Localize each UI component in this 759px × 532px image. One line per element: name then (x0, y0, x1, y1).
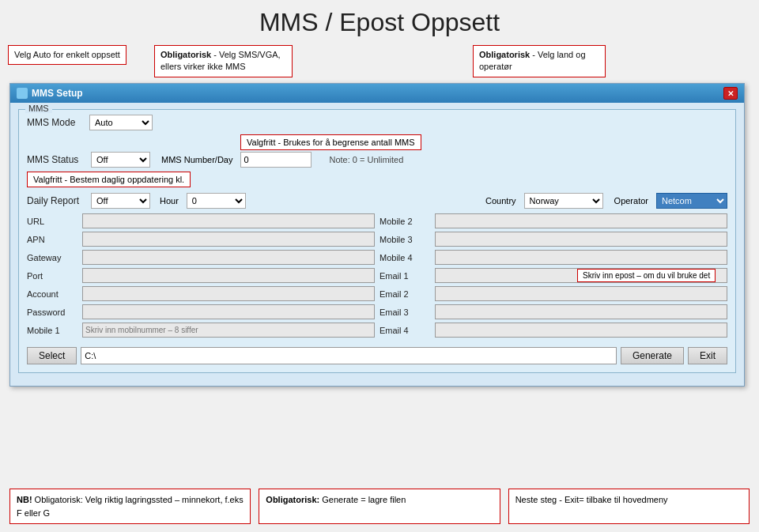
window-icon (17, 88, 28, 99)
mms-group-box: MMS MMS Mode Auto Valgfritt - Brukes for… (18, 109, 736, 373)
email2-input[interactable] (435, 286, 727, 301)
number-day-label: MMS Number/Day (161, 155, 232, 164)
email1-hint: Skriv inn epost – om du vil bruke det (583, 271, 710, 280)
group-label: MMS (25, 104, 52, 113)
fields-area: URL APN Gateway Port (27, 213, 727, 341)
password-input[interactable] (82, 304, 375, 319)
right-fields: Mobile 2 Mobile 3 Mobile 4 Email 1 (380, 213, 727, 341)
daily-report-row: Daily Report Off Hour 0 Country Norway O… (27, 193, 727, 209)
mobile3-input[interactable] (435, 232, 727, 247)
window-titlebar: MMS Setup ✕ (10, 84, 744, 103)
mms-setup-window: MMS Setup ✕ MMS MMS Mode Auto Valgfritt … (9, 83, 745, 387)
account-row: Account (27, 286, 375, 301)
url-input[interactable] (82, 213, 375, 228)
window-body: MMS MMS Mode Auto Valgfritt - Brukes for… (10, 103, 744, 386)
hour-label: Hour (160, 196, 179, 206)
email3-row: Email 3 (380, 304, 727, 319)
mms-status-select[interactable]: Off (91, 152, 150, 168)
url-label: URL (27, 217, 82, 226)
bottom-annotation-exit: Neste steg - Exit= tilbake til hovedmeny (508, 489, 750, 524)
path-input[interactable] (81, 347, 617, 364)
operator-select[interactable]: Netcom (656, 193, 727, 209)
gateway-input[interactable] (82, 250, 375, 265)
daily-report-label: Daily Report (27, 195, 86, 206)
mobile2-input[interactable] (435, 213, 727, 228)
password-label: Password (27, 308, 82, 317)
bottom-annotation-generate: Obligatorisk: Generate = lagre filen (259, 489, 500, 524)
url-row: URL (27, 213, 375, 228)
email4-input[interactable] (435, 323, 727, 338)
country-select[interactable]: Norway (524, 193, 603, 209)
email2-row: Email 2 (380, 286, 727, 301)
operator-label: Operator (614, 196, 648, 206)
apn-row: APN (27, 232, 375, 247)
account-label: Account (27, 289, 82, 299)
email2-label: Email 2 (380, 289, 435, 299)
mobile3-label: Mobile 3 (380, 235, 435, 244)
email4-label: Email 4 (380, 326, 435, 335)
email3-label: Email 3 (380, 308, 435, 317)
exit-button[interactable]: Exit (688, 347, 727, 364)
email1-row: Email 1 Skriv inn epost – om du vil bruk… (380, 268, 727, 283)
daily-report-select[interactable]: Off (91, 193, 150, 209)
close-button[interactable]: ✕ (723, 87, 738, 100)
port-input[interactable] (82, 268, 375, 283)
email4-row: Email 4 (380, 323, 727, 338)
port-row: Port (27, 268, 375, 283)
mms-status-label: MMS Status (27, 154, 86, 165)
mobile4-input[interactable] (435, 250, 727, 265)
gateway-label: Gateway (27, 253, 82, 262)
window-title: MMS Setup (32, 88, 83, 99)
mms-mode-label: MMS Mode (27, 117, 86, 128)
port-label: Port (27, 271, 82, 281)
country-label: Country (485, 196, 516, 206)
apn-input[interactable] (82, 232, 375, 247)
select-button[interactable]: Select (27, 347, 77, 364)
annotation-valgfritt-daglig: Valgfritt - Bestem daglig oppdatering kl… (33, 175, 184, 184)
email3-input[interactable] (435, 304, 727, 319)
annotation-obligatorisk-sms: Obligatorisk - Velg SMS/VGA, ellers virk… (154, 45, 293, 77)
mobile1-label: Mobile 1 (27, 326, 82, 335)
mobile2-row: Mobile 2 (380, 213, 727, 228)
mms-mode-row: MMS Mode Auto (27, 115, 727, 130)
left-fields: URL APN Gateway Port (27, 213, 375, 341)
mobile1-input[interactable] (82, 323, 375, 338)
mobile4-row: Mobile 4 (380, 250, 727, 265)
mobile4-label: Mobile 4 (380, 253, 435, 262)
status-row: MMS Status Off MMS Number/Day Note: 0 = … (27, 152, 727, 168)
number-day-input[interactable] (240, 152, 312, 168)
page-title: MMS / Epost Oppsett (0, 0, 759, 42)
bottom-button-row: Select Generate Exit (27, 347, 727, 364)
mobile3-row: Mobile 3 (380, 232, 727, 247)
bottom-annotation-nb: NB! Obligatorisk: Velg riktig lagringsst… (9, 489, 251, 524)
annotation-auto: Velg Auto for enkelt oppsett (8, 45, 126, 65)
gateway-row: Gateway (27, 250, 375, 265)
mobile2-label: Mobile 2 (380, 217, 435, 226)
generate-button[interactable]: Generate (621, 347, 684, 364)
mms-mode-select[interactable]: Auto (89, 115, 153, 130)
note-text: Note: 0 = Unlimited (329, 155, 403, 164)
annotation-valgfritt-mms: Valgfritt - Brukes for å begrense antall… (247, 138, 415, 147)
account-input[interactable] (82, 286, 375, 301)
password-row: Password (27, 304, 375, 319)
annotation-obligatorisk-land: Obligatorisk - Velg land og operatør (473, 45, 606, 77)
email1-label: Email 1 (380, 271, 435, 281)
mobile1-row: Mobile 1 (27, 323, 375, 338)
apn-label: APN (27, 235, 82, 244)
hour-select[interactable]: 0 (187, 193, 246, 209)
